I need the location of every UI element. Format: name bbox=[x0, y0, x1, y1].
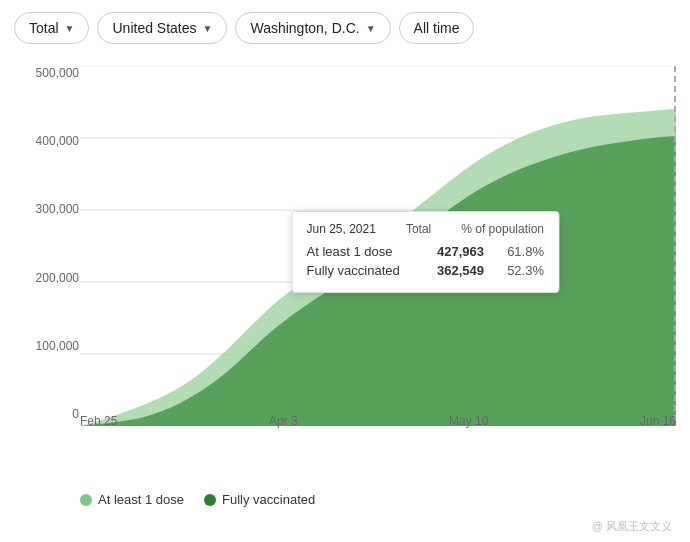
legend-item-1dose: At least 1 dose bbox=[80, 492, 184, 507]
tooltip-row1-pct: 61.8% bbox=[494, 244, 544, 259]
tooltip-row2: Fully vaccinated 362,549 52.3% bbox=[307, 263, 545, 278]
country-filter-arrow: ▼ bbox=[203, 23, 213, 34]
tooltip-col1: Total bbox=[406, 222, 431, 236]
legend-label-1dose: At least 1 dose bbox=[98, 492, 184, 507]
y-label-4: 400,000 bbox=[36, 134, 79, 148]
legend-dot-fully bbox=[204, 494, 216, 506]
region-filter-btn[interactable]: Washington, D.C. ▼ bbox=[235, 12, 390, 44]
chart-area: 500,000 400,000 300,000 200,000 100,000 … bbox=[0, 56, 690, 486]
y-label-2: 200,000 bbox=[36, 271, 79, 285]
tooltip-row1-label: At least 1 dose bbox=[307, 244, 410, 259]
y-label-3: 300,000 bbox=[36, 202, 79, 216]
tooltip-date: Jun 25, 2021 bbox=[307, 222, 376, 236]
total-filter-label: Total bbox=[29, 20, 59, 36]
y-label-0: 0 bbox=[72, 407, 79, 421]
country-filter-btn[interactable]: United States ▼ bbox=[97, 12, 227, 44]
cursor-line bbox=[674, 66, 676, 421]
region-filter-arrow: ▼ bbox=[366, 23, 376, 34]
tooltip-row2-label: Fully vaccinated bbox=[307, 263, 410, 278]
total-filter-btn[interactable]: Total ▼ bbox=[14, 12, 89, 44]
tooltip: Jun 25, 2021 Total % of population At le… bbox=[292, 211, 560, 293]
x-label-feb: Feb 25 bbox=[80, 414, 117, 428]
legend: At least 1 dose Fully vaccinated bbox=[0, 486, 690, 513]
time-filter-label: All time bbox=[414, 20, 460, 36]
time-filter-btn[interactable]: All time bbox=[399, 12, 475, 44]
y-label-1: 100,000 bbox=[36, 339, 79, 353]
country-filter-label: United States bbox=[112, 20, 196, 36]
legend-dot-1dose bbox=[80, 494, 92, 506]
tooltip-col2: % of population bbox=[461, 222, 544, 236]
x-label-may: May 10 bbox=[449, 414, 488, 428]
filter-bar: Total ▼ United States ▼ Washington, D.C.… bbox=[0, 0, 690, 56]
tooltip-row1-value: 427,963 bbox=[419, 244, 484, 259]
tooltip-row2-value: 362,549 bbox=[419, 263, 484, 278]
tooltip-row2-pct: 52.3% bbox=[494, 263, 544, 278]
tooltip-row1: At least 1 dose 427,963 61.8% bbox=[307, 244, 545, 259]
y-axis: 500,000 400,000 300,000 200,000 100,000 … bbox=[14, 66, 79, 421]
total-filter-arrow: ▼ bbox=[65, 23, 75, 34]
watermark: @ 风凰王文文义 bbox=[592, 519, 672, 534]
legend-label-fully: Fully vaccinated bbox=[222, 492, 315, 507]
y-label-5: 500,000 bbox=[36, 66, 79, 80]
x-axis: Feb 25 Apr 3 May 10 Jun 16 bbox=[80, 414, 676, 428]
x-label-apr: Apr 3 bbox=[269, 414, 298, 428]
legend-item-fully: Fully vaccinated bbox=[204, 492, 315, 507]
region-filter-label: Washington, D.C. bbox=[250, 20, 359, 36]
tooltip-header: Jun 25, 2021 Total % of population bbox=[307, 222, 545, 236]
x-label-jun: Jun 16 bbox=[640, 414, 676, 428]
